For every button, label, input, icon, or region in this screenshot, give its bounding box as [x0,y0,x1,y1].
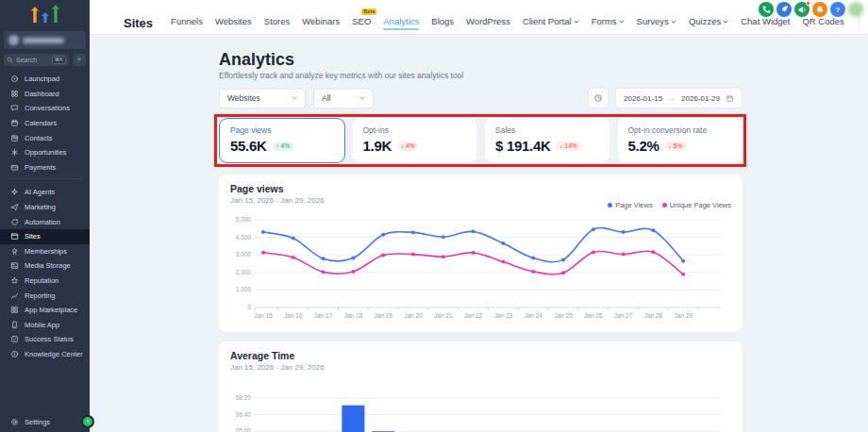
sidebar-item-label: Reporting [25,291,56,300]
tab-wordpress[interactable]: WordPress [466,16,510,30]
search-input[interactable]: Search ⌘K [4,54,69,66]
tab-label: Webinars [302,16,340,26]
sidebar-collapse-button[interactable]: ‹ [81,415,94,428]
tab-chat-widget[interactable]: Chat Widget [741,16,790,30]
tab-seo[interactable]: SEOBeta [352,16,371,30]
metric-delta-badge: ↑ 4% [273,141,293,151]
sidebar-item-mobile-app[interactable]: Mobile App [0,318,90,333]
search-icon [7,57,13,63]
sidebar-item-app-marketplace[interactable]: App Marketplace [0,303,90,318]
sidebar-divider [8,178,82,179]
refresh-interval-button[interactable] [588,88,609,108]
sidebar-item-reputation[interactable]: Reputation [0,274,90,289]
tab-forms[interactable]: Forms [592,16,625,30]
tab-funnels[interactable]: Funnels [171,16,203,30]
metric-card-page-views[interactable]: Page views55.6K↑ 4% [219,118,345,163]
svg-text:Jan 29: Jan 29 [674,312,693,319]
sidebar-item-label: App Marketplace [25,306,77,314]
metric-value: 1.9K [363,138,392,154]
tab-qr-codes[interactable]: QR Codes [802,16,843,30]
tab-stores[interactable]: Stores [264,16,290,30]
sidebar-item-launchpad[interactable]: Launchpad [0,72,90,87]
sidebar-item-reporting[interactable]: Reporting [0,288,90,303]
rocket-button[interactable] [776,2,792,17]
sidebar-item-sites[interactable]: Sites [0,229,90,244]
sidebar-item-opportunities[interactable]: Opportunities [0,145,90,160]
bell-button[interactable] [812,2,827,17]
topbar: Sites FunnelsWebsitesStoresWebinarsSEOBe… [90,0,868,35]
svg-text:3,000: 3,000 [236,251,252,258]
chevron-down-icon [359,96,365,100]
metric-card-sales[interactable]: Sales$ 191.4K↓ 14% [484,118,610,163]
phone-button[interactable] [759,2,774,17]
svg-text:Jan 27: Jan 27 [614,312,633,319]
ai-icon [10,188,19,196]
sidebar-item-dashboard[interactable]: Dashboard [0,87,90,102]
help-button[interactable]: ? [830,2,845,17]
tab-webinars[interactable]: Webinars [302,16,340,30]
metric-card-opt-ins[interactable]: Opt-ins1.9K↓ 4% [352,118,478,163]
sidebar-item-marketing[interactable]: Marketing [0,200,90,215]
section-title: Sites [124,16,153,30]
tab-label: Quizzes [689,16,721,26]
metric-label: Opt-ins [363,125,467,135]
legend-item-page-views[interactable]: Page Views [608,201,652,209]
tab-blogs[interactable]: Blogs [431,16,454,30]
tab-label: Client Portal [523,16,572,26]
svg-text:Jan 16: Jan 16 [284,312,303,319]
sidebar-item-memberships[interactable]: Memberships [0,244,90,259]
sidebar-item-label: Media Storage [25,261,71,270]
sidebar-item-automation[interactable]: Automation [0,214,90,229]
dashboard-icon [10,90,19,98]
legend-dot [608,203,612,208]
sidebar-item-label: Memberships [25,247,67,256]
svg-text:5,000: 5,000 [236,216,252,223]
date-range-picker[interactable]: 2026-01-15 → 2026-01-29 [615,88,743,108]
search-placeholder: Search [16,57,49,63]
tab-client-portal[interactable]: Client Portal [523,16,579,30]
sidebar-item-success-status[interactable]: Success Status [0,332,90,347]
svg-text:?: ? [836,6,841,14]
sidebar-item-contacts[interactable]: Contacts [0,130,90,145]
sidebar-item-media-storage[interactable]: Media Storage [0,258,90,274]
quick-add-button[interactable]: + [73,54,86,66]
user-avatar[interactable] [848,2,863,17]
chevron-down-icon [619,20,625,24]
chart-legend: Page ViewsUnique Page Views [608,201,731,209]
sidebar-item-payments[interactable]: Payments [0,160,90,175]
page-views-line-chart: 01,0002,0003,0004,0005,000Jan 15Jan 16Ja… [230,214,731,324]
settings-label: Settings [25,418,50,426]
megaphone-button[interactable] [794,2,810,17]
account-name-blurred [23,38,64,43]
sites-settings-button[interactable] [859,17,868,30]
sidebar-item-ai-agents[interactable]: AI Agents [0,185,90,200]
metric-delta-badge: ↓ 14% [556,141,580,151]
metric-value: 5.2% [628,138,659,154]
tab-surveys[interactable]: Surveys [637,16,676,30]
svg-text:Jan 28: Jan 28 [644,312,663,319]
date-start-value[interactable]: 2026-01-15 [624,94,662,103]
tab-quizzes[interactable]: Quizzes [689,16,728,30]
svg-text:Jan 15: Jan 15 [254,312,273,319]
tab-websites[interactable]: Websites [215,16,252,30]
date-end-value[interactable]: 2026-01-29 [681,94,720,103]
sidebar-item-label: Sites [25,232,41,241]
sites-icon [10,232,19,241]
site-type-select[interactable]: Websites [219,89,306,108]
tab-analytics[interactable]: Analytics [383,16,419,30]
account-switcher[interactable] [4,31,86,49]
phone-icon [760,4,772,15]
arrow-right-icon: → [668,94,676,103]
metric-card-opt-in-conversion-rate[interactable]: Opt-in conversion rate5.2%↓ 5% [617,118,743,163]
sidebar-item-label: Opportunities [25,148,67,157]
sidebar-item-calendars[interactable]: Calendars [0,116,90,131]
metric-label: Opt-in conversion rate [628,125,732,135]
sidebar-item-knowledge-center[interactable]: Knowledge Center [0,347,90,362]
sidebar-item-conversations[interactable]: Conversations [0,101,90,116]
svg-text:1,000: 1,000 [236,286,252,292]
legend-item-unique-page-views[interactable]: Unique Page Views [662,201,731,209]
site-value: All [322,93,330,103]
chevron-down-icon [292,96,297,100]
sidebar-item-settings[interactable]: Settings [0,414,90,429]
site-select[interactable]: All [313,89,374,108]
